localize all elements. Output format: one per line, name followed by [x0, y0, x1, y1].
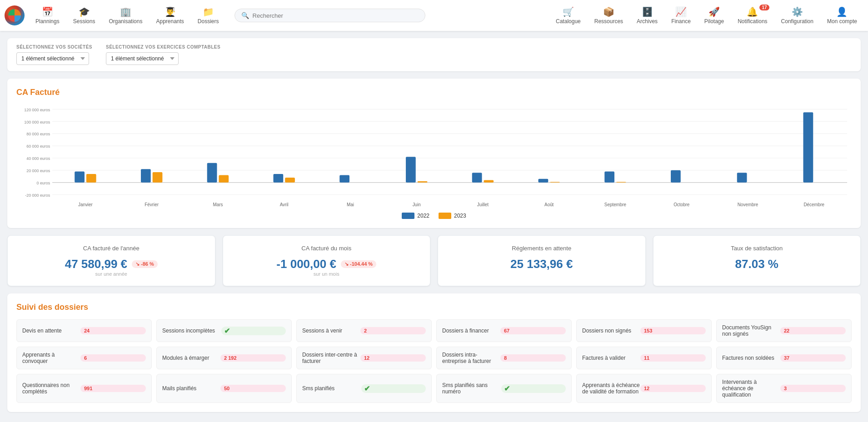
svg-text:0 euros: 0 euros [36, 181, 50, 185]
kpi-value-2: 25 133,96 € [510, 257, 573, 271]
dossier-item-10[interactable]: Factures à valider11 [576, 347, 712, 369]
dossier-label-7: Modules à émarger [162, 355, 220, 361]
search-input[interactable] [253, 12, 419, 19]
dossier-item-0[interactable]: Devis en attente24 [16, 319, 152, 342]
dossier-label-4: Dossiers non signés [582, 328, 640, 334]
dossier-item-2[interactable]: Sessions à venir2 [296, 319, 432, 342]
svg-rect-31 [406, 157, 416, 182]
kpi-card-1: CA facturé du mois -1 000,00 € ↘ -104.44… [223, 235, 431, 286]
dossier-badge-17: 3 [780, 385, 846, 392]
dossier-item-16[interactable]: Apprenants à échéance de validité de for… [576, 374, 712, 403]
dossier-item-17[interactable]: Intervenants à échéance de qualification… [716, 374, 852, 403]
nav-item-plannings[interactable]: 📅Plannings [29, 3, 66, 28]
svg-text:Janvier: Janvier [78, 202, 93, 207]
svg-text:120 000 euros: 120 000 euros [24, 107, 50, 112]
right-nav-item-pilotage[interactable]: 🚀Pilotage [698, 3, 730, 28]
logo[interactable] [5, 5, 25, 25]
dossier-label-10: Factures à valider [582, 355, 640, 361]
svg-rect-43 [671, 170, 681, 183]
svg-text:-20 000 euros: -20 000 euros [25, 193, 50, 198]
dossier-label-5: Documents YouSign non signés [722, 324, 780, 337]
main-nav: 📅Plannings🎓Sessions🏢Organisations👨‍🎓Appr… [29, 3, 225, 28]
svg-rect-32 [418, 181, 428, 183]
dossier-item-8[interactable]: Dossiers inter-centre à facturer12 [296, 347, 432, 369]
svg-text:20 000 euros: 20 000 euros [26, 169, 50, 173]
dossier-item-3[interactable]: Dossiers à financer67 [436, 319, 572, 342]
dossier-item-7[interactable]: Modules à émarger2 192 [156, 347, 292, 369]
dossier-badge-0: 24 [80, 327, 146, 334]
badge-notifications: 17 [759, 5, 769, 10]
dossier-badge-2: 2 [360, 327, 426, 334]
dossier-label-9: Dossiers intra-entreprise à facturer [442, 352, 500, 364]
right-nav-item-notifications[interactable]: 17🔔Notifications [731, 3, 773, 28]
right-nav-item-archives[interactable]: 🗄️Archives [630, 3, 664, 28]
dossier-label-8: Dossiers inter-centre à facturer [302, 352, 360, 364]
kpi-label-2: Réglements en attente [512, 245, 571, 252]
dossier-item-1[interactable]: Sessions incomplètes✔ [156, 319, 292, 342]
dossier-badge-13: 50 [220, 385, 286, 392]
svg-rect-41 [616, 182, 626, 182]
nav-item-organisations[interactable]: 🏢Organisations [102, 3, 149, 28]
legend-label-2023: 2023 [454, 213, 466, 219]
nav-item-apprenants[interactable]: 👨‍🎓Apprenants [150, 3, 190, 28]
svg-text:Juin: Juin [413, 202, 421, 207]
svg-rect-18 [86, 174, 96, 183]
dossier-item-12[interactable]: Questionnaires non complétés991 [16, 374, 152, 403]
svg-text:80 000 euros: 80 000 euros [26, 132, 50, 136]
right-nav-item-configuration[interactable]: ⚙️Configuration [775, 3, 820, 28]
svg-rect-35 [484, 180, 494, 182]
dossier-item-13[interactable]: Mails planifiés50 [156, 374, 292, 403]
svg-rect-17 [75, 172, 85, 183]
kpi-sub-0: sur une année [95, 271, 127, 277]
kpi-value-3: 87.03 % [735, 257, 778, 271]
dossier-label-14: Sms planifiés [302, 385, 361, 392]
svg-text:60 000 euros: 60 000 euros [26, 144, 50, 149]
dossier-item-11[interactable]: Factures non soldées37 [716, 347, 852, 369]
svg-rect-38 [550, 182, 560, 182]
svg-text:Avril: Avril [280, 202, 289, 207]
kpi-card-2: Réglements en attente 25 133,96 € [438, 235, 646, 286]
dossier-grid: Devis en attente24Sessions incomplètes✔S… [16, 319, 852, 403]
nav-item-dossiers[interactable]: 📁Dossiers [191, 3, 225, 28]
svg-text:Mars: Mars [213, 202, 223, 207]
filters-row: SÉLECTIONNEZ VOS SOCIÉTÉS 1 élément séle… [7, 38, 861, 71]
page-content: SÉLECTIONNEZ VOS SOCIÉTÉS 1 élément séle… [0, 31, 868, 419]
right-nav-item-ressources[interactable]: 📦Ressources [588, 3, 629, 28]
svg-rect-27 [285, 178, 295, 183]
right-nav-item-finance[interactable]: 📈Finance [665, 3, 697, 28]
right-nav-item-catalogue[interactable]: 🛒Catalogue [549, 3, 587, 28]
svg-rect-37 [539, 179, 549, 183]
kpi-badge-1: ↘ -104.44 % [341, 260, 376, 268]
dossier-badge-11: 37 [780, 354, 846, 362]
dossier-label-2: Sessions à venir [302, 328, 360, 334]
legend-color-2023 [439, 213, 451, 219]
kpi-card-0: CA facturé de l'année 47 580,99 € ↘ -86 … [7, 235, 215, 286]
search-bar: 🔍 [234, 9, 425, 22]
dossier-badge-1: ✔ [221, 327, 286, 335]
nav-item-sessions[interactable]: 🎓Sessions [67, 3, 102, 28]
dossier-item-6[interactable]: Apprenants à convoquer6 [16, 347, 152, 369]
kpi-label-0: CA facturé de l'année [83, 245, 140, 252]
svg-rect-34 [472, 173, 482, 183]
legend-2023: 2023 [439, 213, 466, 219]
dossier-item-5[interactable]: Documents YouSign non signés22 [716, 319, 852, 342]
dossier-badge-12: 991 [80, 385, 146, 392]
dossier-item-9[interactable]: Dossiers intra-entreprise à facturer8 [436, 347, 572, 369]
dossier-item-14[interactable]: Sms planifiés✔ [296, 374, 432, 403]
svg-rect-26 [273, 174, 283, 183]
dossier-label-12: Questionnaires non complétés [22, 382, 80, 395]
svg-text:Mai: Mai [347, 202, 354, 207]
dossier-item-15[interactable]: Sms planifiés sans numéro✔ [436, 374, 572, 403]
exercices-select[interactable]: 1 élément sélectionné [106, 52, 179, 65]
right-nav-item-mon-compte[interactable]: 👤Mon compte [821, 3, 863, 28]
search-icon: 🔍 [241, 12, 249, 19]
dossier-badge-6: 6 [80, 354, 146, 362]
kpi-value-0: 47 580,99 € [65, 257, 127, 271]
dossier-label-16: Apprenants à échéance de validité de for… [582, 382, 640, 395]
chart-card: CA Facturé 120 000 euros100 000 euros80 … [7, 79, 861, 228]
dossier-item-4[interactable]: Dossiers non signés153 [576, 319, 712, 342]
svg-text:Septembre: Septembre [604, 202, 627, 207]
societes-select[interactable]: 1 élément sélectionné [16, 52, 89, 65]
dossier-badge-8: 12 [360, 354, 426, 362]
dossier-label-3: Dossiers à financer [442, 328, 500, 334]
